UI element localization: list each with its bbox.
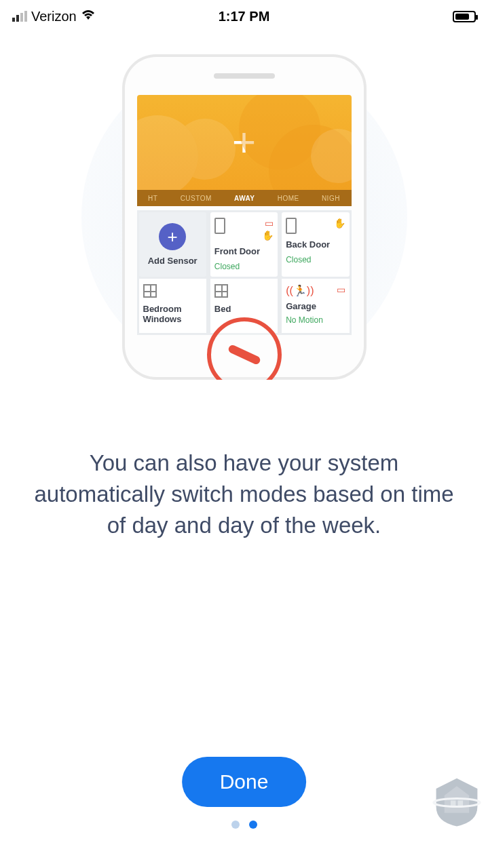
page-dot-2[interactable]	[249, 821, 257, 829]
garage-tile: ((🏃)) ▭ Garage No Motion	[282, 279, 349, 333]
sensor-grid-row1: + Add Sensor ▭ ✋ Front Door Closed ✋	[137, 210, 352, 279]
window-icon	[214, 284, 228, 298]
back-door-status: Closed	[286, 255, 345, 264]
page-indicator[interactable]	[231, 821, 257, 829]
page-dot-1[interactable]	[231, 821, 240, 829]
brand-logo-icon	[431, 776, 483, 827]
mode-custom: CUSTOM	[181, 195, 212, 202]
battery-low-icon: ▭	[337, 284, 345, 297]
onboarding-message: You can also have your system automatica…	[27, 448, 461, 542]
garage-status: No Motion	[286, 315, 345, 325]
bedroom-windows-tile: Bedroom Windows	[139, 279, 206, 333]
phone-speaker	[214, 73, 275, 79]
onboarding-illustration: + HT CUSTOM AWAY HOME NIGH + Add Sensor …	[0, 54, 488, 380]
mode-home: HOME	[278, 195, 299, 202]
hand-icon: ✋	[334, 218, 345, 229]
phone-mockup: + HT CUSTOM AWAY HOME NIGH + Add Sensor …	[122, 54, 367, 380]
back-door-label: Back Door	[286, 239, 345, 250]
door-icon	[214, 218, 225, 234]
clock: 1:17 PM	[219, 9, 270, 24]
window-icon	[143, 284, 157, 298]
mode-partial-left: HT	[148, 195, 157, 202]
front-door-status: Closed	[214, 262, 274, 271]
front-door-label: Front Door	[214, 246, 274, 256]
mode-partial-right: NIGH	[322, 195, 340, 202]
back-door-tile: ✋ Back Door Closed	[282, 212, 349, 277]
hero-banner: +	[137, 95, 352, 190]
add-sensor-tile: + Add Sensor	[139, 212, 206, 277]
bedroom-windows-label: Bedroom Windows	[143, 304, 202, 324]
bed-label: Bed	[214, 304, 274, 314]
done-button[interactable]: Done	[182, 757, 307, 807]
battery-icon	[453, 11, 476, 22]
motion-icon: ((🏃))	[286, 284, 314, 297]
mode-tabs: HT CUSTOM AWAY HOME NIGH	[137, 190, 352, 206]
garage-label: Garage	[286, 301, 345, 311]
add-sensor-label: Add Sensor	[148, 256, 198, 266]
cell-signal-icon	[12, 11, 27, 22]
hero-scenery	[137, 95, 352, 190]
add-icon: +	[159, 223, 186, 250]
wifi-icon	[81, 9, 96, 24]
hand-icon: ✋	[262, 230, 274, 241]
carrier-label: Verizon	[31, 9, 77, 24]
door-icon	[286, 218, 297, 234]
front-door-tile: ▭ ✋ Front Door Closed	[210, 212, 278, 277]
svg-rect-0	[451, 800, 456, 806]
status-bar: Verizon 1:17 PM	[0, 0, 488, 27]
mode-away: AWAY	[234, 195, 255, 202]
battery-low-icon: ▭	[265, 218, 274, 229]
svg-rect-1	[458, 800, 464, 806]
